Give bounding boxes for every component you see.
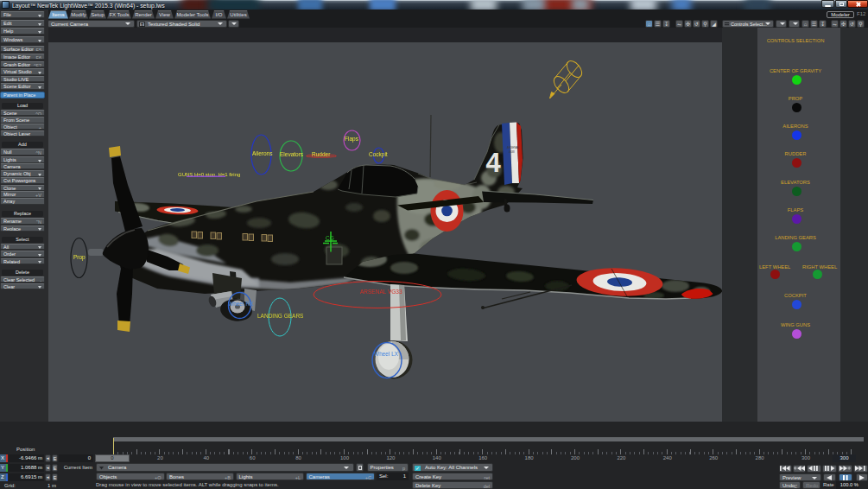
svg-text:Wheel RX: Wheel RX bbox=[228, 301, 254, 307]
svg-text:Flaps: Flaps bbox=[345, 136, 359, 143]
svg-text:4638: 4638 bbox=[509, 150, 515, 154]
svg-text:CG: CG bbox=[326, 235, 334, 241]
svg-text:ARSENAL: ARSENAL bbox=[507, 146, 519, 149]
svg-text:Cockpit: Cockpit bbox=[369, 151, 388, 158]
svg-text:Prop: Prop bbox=[73, 254, 86, 261]
svg-text:ARSENAL VG33: ARSENAL VG33 bbox=[360, 289, 402, 295]
svg-text:Elevators: Elevators bbox=[280, 151, 304, 157]
svg-text:Ailerons: Ailerons bbox=[252, 150, 273, 156]
svg-text:Wheel LX: Wheel LX bbox=[374, 351, 399, 357]
svg-text:Rudder: Rudder bbox=[312, 151, 331, 157]
svg-text:LANDING GEARS: LANDING GEARS bbox=[257, 313, 304, 319]
svg-text:4: 4 bbox=[486, 148, 502, 178]
